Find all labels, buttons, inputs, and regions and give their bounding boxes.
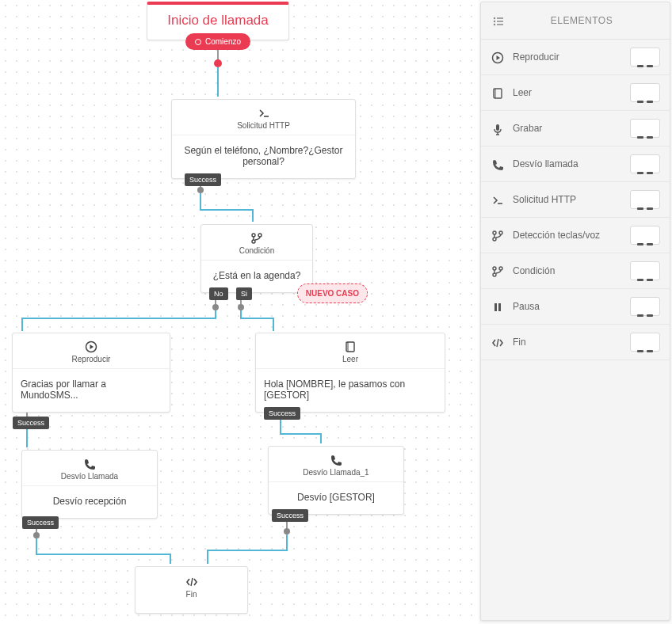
circle-icon	[195, 39, 201, 45]
code-icon	[491, 335, 505, 348]
elements-sidebar: ELEMENTOS ReproducirLeerGrabarDesvío lla…	[480, 2, 670, 621]
phone-icon	[272, 453, 400, 466]
start-pill-label: Comienzo	[205, 37, 241, 46]
read-head: Leer	[256, 333, 445, 369]
branch-icon	[204, 231, 309, 245]
sidebar-item[interactable]: Leer	[481, 75, 670, 111]
cmd-icon	[175, 106, 352, 120]
http-node[interactable]: Solicitud HTTP Según el teléfono, ¿Nombr…	[171, 99, 356, 179]
element-thumb[interactable]	[630, 119, 660, 138]
branch-icon	[491, 228, 505, 242]
svg-point-10	[214, 59, 222, 67]
play-node[interactable]: Reproducir Gracias por llamar a MundoSMS…	[12, 333, 170, 413]
mic-icon	[491, 121, 505, 135]
play-label: Reproducir	[72, 355, 111, 363]
element-thumb[interactable]	[630, 190, 660, 209]
fwd2-head: Desvío Llamada_1	[269, 447, 403, 482]
phone-icon	[491, 157, 505, 170]
sidebar-title: ELEMENTOS	[505, 15, 659, 26]
sidebar-item-label: Fin	[513, 337, 622, 348]
sidebar-item[interactable]: Fin	[481, 325, 670, 360]
http-body: Según el teléfono, ¿Nombre?¿Gestor perso…	[172, 135, 355, 178]
book-icon	[491, 86, 505, 99]
start-pill[interactable]: Comienzo	[185, 33, 250, 50]
svg-point-17	[284, 528, 290, 535]
fwd1-head: Desvío Llamada	[22, 451, 157, 486]
sidebar-item[interactable]: Solicitud HTTP	[481, 182, 670, 218]
fwd2-success-tag[interactable]: Success	[272, 509, 308, 522]
svg-point-16	[33, 532, 40, 538]
svg-point-13	[238, 304, 244, 310]
cond-head: Condición	[201, 225, 312, 261]
http-head: Solicitud HTTP	[172, 100, 355, 135]
sidebar-item-label: Solicitud HTTP	[513, 194, 622, 205]
book-icon	[259, 340, 441, 353]
read-success-tag[interactable]: Success	[264, 407, 300, 420]
svg-point-11	[197, 187, 204, 193]
play-icon	[16, 340, 166, 353]
sidebar-item[interactable]: Pausa	[481, 289, 670, 325]
element-thumb[interactable]	[630, 261, 660, 280]
sidebar-item-label: Condición	[513, 265, 622, 276]
sidebar-item-label: Grabar	[513, 123, 622, 134]
sidebar-item-label: Pausa	[513, 301, 622, 312]
cond-no-tag[interactable]: No	[209, 287, 228, 300]
sidebar-header: ELEMENTOS	[481, 2, 670, 40]
play-icon	[491, 50, 505, 63]
read-label: Leer	[342, 355, 358, 363]
sidebar-item-label: Desvío llamada	[513, 158, 622, 169]
cond-si-tag[interactable]: Si	[236, 287, 252, 300]
list-icon[interactable]	[492, 13, 505, 28]
sidebar-item-label: Reproducir	[513, 51, 622, 63]
sidebar-item-label: Leer	[513, 87, 622, 98]
code-icon	[139, 575, 244, 588]
end-head: Fin	[136, 567, 247, 613]
sidebar-item[interactable]: Grabar	[481, 111, 670, 146]
element-thumb[interactable]	[630, 226, 660, 245]
cmd-icon	[491, 192, 505, 206]
start-node[interactable]: Inicio de llamada Comienzo	[147, 2, 289, 40]
element-thumb[interactable]	[630, 48, 660, 67]
http-label: Solicitud HTTP	[237, 121, 290, 130]
sidebar-item[interactable]: Reproducir	[481, 40, 670, 75]
forward1-node[interactable]: Desvío Llamada Desvío recepción Success	[21, 450, 158, 519]
pause-icon	[491, 299, 505, 313]
fwd1-body: Desvío recepción	[22, 486, 157, 518]
end-node[interactable]: Fin	[135, 566, 248, 614]
read-body: Hola [NOMBRE], le pasamos con [GESTOR]	[256, 369, 445, 412]
play-body: Gracias por llamar a MundoSMS...	[13, 369, 170, 412]
read-node[interactable]: Leer Hola [NOMBRE], le pasamos con [GEST…	[255, 333, 445, 413]
flow-canvas[interactable]: Inicio de llamada Comienzo Solicitud HTT…	[0, 0, 479, 624]
condition-node[interactable]: Condición ¿Está en la agenda? No Si NUEV…	[200, 224, 313, 293]
fwd1-success-tag[interactable]: Success	[22, 516, 59, 529]
element-thumb[interactable]	[630, 83, 660, 102]
end-label: Fin	[186, 590, 197, 599]
sidebar-item[interactable]: Desvío llamada	[481, 146, 670, 182]
play-head: Reproducir	[13, 333, 170, 369]
element-thumb[interactable]	[630, 154, 660, 173]
svg-point-12	[212, 304, 219, 310]
phone-icon	[25, 457, 154, 470]
sidebar-item-label: Detección teclas/voz	[513, 230, 622, 241]
fwd1-label: Desvío Llamada	[61, 472, 118, 481]
forward2-node[interactable]: Desvío Llamada_1 Desvío [GESTOR] Success	[268, 446, 404, 515]
sidebar-item[interactable]: Detección teclas/voz	[481, 218, 670, 253]
element-thumb[interactable]	[630, 333, 660, 352]
play-success-tag[interactable]: Success	[13, 417, 49, 429]
sidebar-item[interactable]: Condición	[481, 253, 670, 289]
cond-label: Condición	[239, 246, 274, 255]
element-thumb[interactable]	[630, 297, 660, 316]
new-case-badge[interactable]: NUEVO CASO	[297, 283, 368, 303]
http-success-tag[interactable]: Success	[185, 173, 221, 186]
fwd2-label: Desvío Llamada_1	[303, 468, 368, 477]
branch-icon	[491, 264, 505, 277]
